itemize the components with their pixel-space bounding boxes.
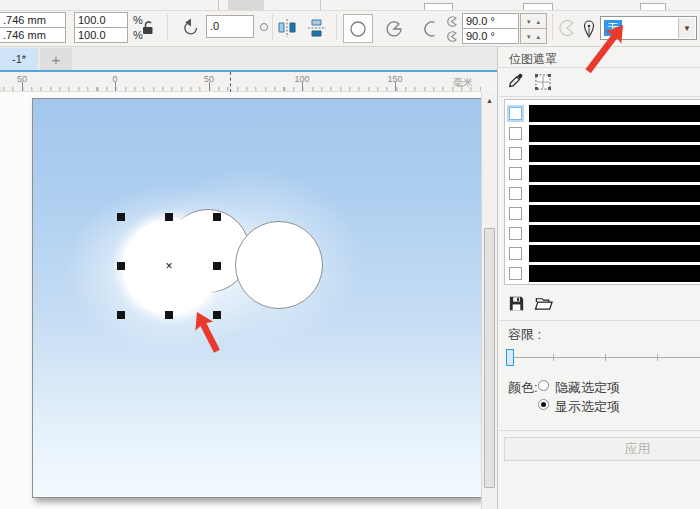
angle-end-spinner[interactable]: ▾▴ [520,28,547,44]
mirror-horizontal-icon [276,17,298,39]
selection-center-mark[interactable]: × [163,260,175,272]
bitmap-mask-docker: 位图遮罩 [497,47,700,509]
mask-item-color[interactable] [529,205,700,222]
mask-item-checkbox[interactable] [509,147,522,160]
top-remnant-field [424,3,453,10]
scrollbar-thumb[interactable] [484,228,495,488]
angle-end-field[interactable]: 90.0 ° [462,28,519,44]
mask-item-color[interactable] [529,185,700,202]
rotation-label [179,16,203,40]
combobox-dropdown-button[interactable]: ▼ [678,18,695,38]
open-folder-icon [533,294,555,313]
pie-icon [384,19,404,39]
tolerance-slider[interactable] [506,349,700,367]
radio-hide-selected[interactable] [538,380,549,391]
mask-item-checkbox[interactable] [509,227,522,240]
application-window: .746 mm .746 mm 100.0 100.0 % % .0 [0,0,700,509]
selection-handle-bottom-left[interactable] [117,311,125,319]
slider-tick [657,354,658,361]
radio-hide-label[interactable]: 隐藏选定项 [555,379,620,397]
pie-tool-button[interactable] [379,14,409,43]
mask-item-checkbox[interactable] [509,167,522,180]
selection-handle-top-right[interactable] [213,213,221,221]
bitmap-image[interactable] [32,98,481,498]
angle-start-spinner[interactable]: ▾▴ [520,13,547,29]
document-tab-bar: -1* + [0,47,497,70]
radio-show-selected[interactable] [538,399,549,410]
panel-divider [499,320,700,321]
color-mode-label: 颜色: [508,379,538,397]
ruler-minor-ticks [0,87,481,91]
ellipse-icon [348,19,368,39]
add-page-button[interactable]: + [40,48,72,70]
drawing-canvas[interactable] [0,92,481,509]
mask-item-color[interactable] [529,165,700,182]
toolbar-separator [552,14,553,40]
ellipse-tool-button[interactable] [343,14,373,43]
lock-icon [140,19,156,37]
mask-item-color[interactable] [529,225,700,242]
scale-vertical-field[interactable]: 100.0 [74,27,128,43]
apply-button[interactable]: 应用 [504,437,700,461]
scale-horizontal-field[interactable]: 100.0 [74,12,128,28]
mirror-horizontal-button[interactable] [276,17,298,39]
panel-divider [499,430,700,431]
rotation-angle-field[interactable]: .0 [206,15,254,38]
outline-width-label [580,15,598,41]
circle-shape-right[interactable] [235,221,323,309]
ruler-unit-label: 毫米 [453,76,473,90]
mask-item-checkbox[interactable] [509,247,522,260]
slider-handle[interactable] [506,349,514,366]
mask-marquee-button[interactable] [532,71,554,93]
angle-start-field[interactable]: 90.0 ° [462,13,519,29]
canvas-vertical-scrollbar[interactable]: ▲ [481,92,497,509]
panel-title: 位图遮罩 [509,51,557,68]
object-height-field[interactable]: .746 mm [0,27,66,43]
mask-item-color[interactable] [529,105,700,122]
selection-handle-top-middle[interactable] [165,213,173,221]
object-width-field[interactable]: .746 mm [0,12,66,28]
ruler-major-tick [395,82,396,91]
scrollbar-up-button[interactable]: ▲ [482,92,497,108]
mask-item-checkbox[interactable] [509,187,522,200]
mask-item-color[interactable] [529,145,700,162]
ruler[interactable]: 50050100150 毫米 [0,72,481,92]
lock-ratio-button[interactable] [139,18,157,38]
top-remnant-field [640,3,666,10]
selection-handle-middle-right[interactable] [213,262,221,270]
page-tab[interactable]: -1* [0,48,38,70]
save-mask-button[interactable] [505,292,527,314]
selection-handle-bottom-right[interactable] [213,311,221,319]
slider-track[interactable] [506,357,700,358]
mirror-vertical-button[interactable] [306,17,328,39]
mask-item-color[interactable] [529,265,700,282]
open-mask-button[interactable] [532,292,556,314]
mask-item-row [505,163,700,183]
mask-item-checkbox[interactable] [509,107,522,120]
pie-start-angle-icon [445,15,458,28]
color-eyedropper-button[interactable] [505,71,527,93]
chevron-down-icon: ▼ [683,24,691,33]
radio-show-label[interactable]: 显示选定项 [555,398,620,416]
arc-tool-button[interactable] [415,14,445,43]
toolbar-top-divider [0,10,700,11]
marquee-grid-icon [533,72,553,92]
selection-handle-middle-left[interactable] [117,262,125,270]
mask-item-row [505,103,700,123]
pie-direction-icon [557,18,577,38]
mask-item-row [505,243,700,263]
ruler-cursor-marker [230,72,231,92]
mask-item-color[interactable] [529,125,700,142]
selection-handle-bottom-middle[interactable] [165,311,173,319]
mask-item-row [505,123,700,143]
selection-handle-top-left[interactable] [117,213,125,221]
toolbar-separator [167,14,168,40]
mask-item-color[interactable] [529,245,700,262]
mask-item-row [505,263,700,283]
mask-item-checkbox[interactable] [509,267,522,280]
mirror-vertical-icon [306,17,328,39]
mask-item-checkbox[interactable] [509,207,522,220]
angle-end-label [444,29,459,44]
change-direction-button-disabled [556,17,578,39]
mask-item-checkbox[interactable] [509,127,522,140]
